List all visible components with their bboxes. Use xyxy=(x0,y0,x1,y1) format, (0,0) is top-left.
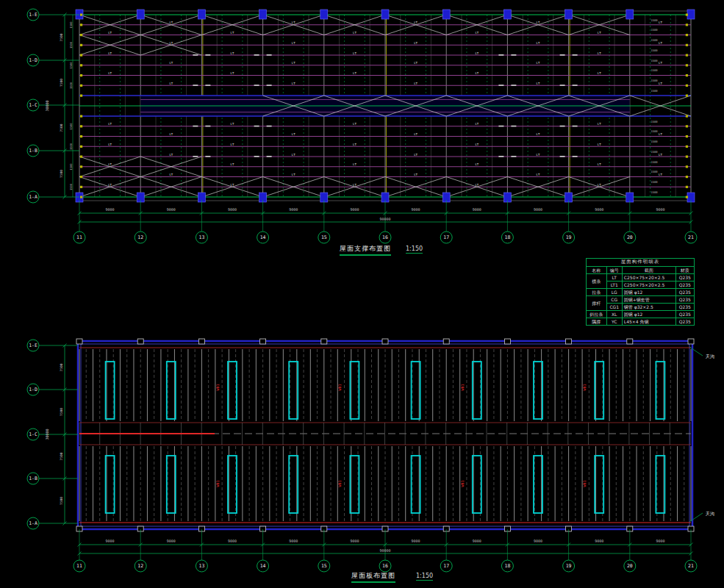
purlin-label: LT xyxy=(659,82,662,85)
purlin-dim-text: 1500 xyxy=(69,163,73,171)
purlin-label: LT xyxy=(475,51,479,55)
cad-viewport[interactable]: LTLTLTLTLTLTLTLTLTLTLTLTLTLTLTLTLTLTLTLT… xyxy=(0,0,724,588)
schedule-cell-id: LT xyxy=(606,273,622,281)
skylight-strip xyxy=(656,456,664,513)
bay-dim-text: 9000 xyxy=(167,539,176,543)
row-dim-text: 7500 xyxy=(60,452,63,460)
edge-clip xyxy=(686,95,688,97)
skylight-strip xyxy=(106,456,115,513)
purlin-label: LT xyxy=(108,51,112,55)
edge-clip xyxy=(686,44,688,46)
column-axis-bubble-label: 17 xyxy=(443,563,449,569)
purlin-label: LT xyxy=(169,61,173,65)
purlin-label: LT xyxy=(353,183,356,187)
gutter-leader-label: 天沟 xyxy=(706,354,714,359)
column-axis-bubble-label: 18 xyxy=(504,234,510,240)
panel-label: WB1 xyxy=(460,384,465,390)
column-mark xyxy=(382,339,388,344)
column-mark xyxy=(442,10,450,19)
column-mark xyxy=(198,10,205,19)
column-axis-bubble-label: 13 xyxy=(198,234,204,240)
bay-dim-text: 9000 xyxy=(167,207,176,212)
corner-brace-mark xyxy=(193,54,198,56)
purlin-dim-text: 1500 xyxy=(69,21,73,29)
purlin-label: LT xyxy=(292,173,295,176)
schedule-cell-sec: 圆钢+钢套管 xyxy=(622,295,675,303)
purlin-label: LT xyxy=(414,82,417,85)
row-total-dim-text: 30000 xyxy=(45,429,49,440)
schedule-cell-sec: 圆钢 φ12 xyxy=(622,310,675,318)
edge-clip xyxy=(80,34,82,36)
column-axis-bubble-label: 19 xyxy=(566,563,572,569)
purlin-dim: 1500 xyxy=(650,79,658,82)
purlin-dim: 1500 xyxy=(650,150,658,154)
purlin-dim-text: 1500 xyxy=(69,143,73,150)
skylight-strip xyxy=(167,362,176,419)
purlin-label: LT xyxy=(231,143,234,146)
row-axis-bubble-label: 1-E xyxy=(29,343,37,348)
schedule-cell-sec: C250×75×20×2.5 xyxy=(622,273,675,281)
purlin-label: LT xyxy=(598,31,601,35)
schedule-cell-mat: Q235 xyxy=(675,318,694,325)
schedule-row: 拉条LG圆钢 φ12Q235 xyxy=(587,288,695,295)
schedule-cell-sec: 钢管 φ32×2.5 xyxy=(622,303,675,310)
schedule-cell-sec: C250×75×20×2.5 xyxy=(622,281,675,288)
skylight-strip xyxy=(656,362,664,419)
row-dim-text: 7500 xyxy=(60,408,63,416)
schedule-cell-id: CG xyxy=(606,295,622,303)
purlin-label: LT xyxy=(292,82,295,85)
purlin-label: LT xyxy=(108,143,112,146)
panel-label: WB1 xyxy=(337,480,342,487)
edge-clip xyxy=(686,14,688,16)
skylight-strip xyxy=(228,362,237,419)
column-axis-bubble-label: 16 xyxy=(382,563,388,569)
skylight-strip xyxy=(167,456,176,513)
purlin-label: LT xyxy=(475,31,479,35)
purlin-label: LT xyxy=(353,143,356,146)
row-dim-text: 7500 xyxy=(60,497,63,505)
row-dim-text: 7500 xyxy=(60,33,63,41)
purlin-label: LT xyxy=(659,41,662,45)
purlin-label: LT xyxy=(292,61,295,65)
corner-brace-mark xyxy=(498,85,503,86)
row-dim-text: 7500 xyxy=(60,123,63,132)
purlin-label: LT xyxy=(598,122,601,126)
corner-brace-mark xyxy=(267,156,272,157)
column-axis-bubble-label: 20 xyxy=(627,563,633,569)
purlin-dim-text: 1500 xyxy=(69,183,73,190)
skylight-strip xyxy=(106,362,115,419)
panel-label: WB1 xyxy=(460,480,465,487)
edge-clip xyxy=(686,85,688,87)
edge-clip xyxy=(80,115,82,118)
skylight-strip xyxy=(473,456,481,513)
purlin-label: LT xyxy=(414,153,417,157)
schedule-cell-sec: 圆钢 φ12 xyxy=(622,288,675,295)
panel-label: WB1 xyxy=(582,384,587,390)
edge-clip xyxy=(686,135,688,137)
purlin-label: LT xyxy=(353,51,356,55)
purlin-label: LT xyxy=(475,183,479,187)
edge-clip xyxy=(80,146,82,148)
purlin-label: LT xyxy=(169,153,173,157)
column-axis-bubble-label: 20 xyxy=(627,234,633,240)
panel-label: WB1 xyxy=(337,384,342,390)
bay-dim-text: 9000 xyxy=(106,539,115,543)
column-axis-bubble-label: 11 xyxy=(76,563,82,569)
corner-brace-mark xyxy=(205,85,210,86)
edge-clip xyxy=(80,176,82,178)
edge-clip xyxy=(80,165,82,168)
bay-dim-text: 9000 xyxy=(412,207,420,212)
edge-clip xyxy=(80,74,82,76)
purlin-label: LT xyxy=(659,61,662,65)
column-mark xyxy=(259,10,267,19)
corner-brace-mark xyxy=(560,54,565,56)
edge-clip xyxy=(80,125,82,127)
purlin-label: LT xyxy=(169,173,173,176)
bay-dim-text: 9000 xyxy=(595,207,603,212)
purlin-label: LT xyxy=(659,173,662,176)
edge-clip xyxy=(80,196,82,198)
corner-brace-mark xyxy=(573,85,578,86)
purlin-dim: 1500 xyxy=(650,160,658,164)
purlin-label: LT xyxy=(537,173,540,176)
schedule-header-cell: 材质 xyxy=(675,266,694,273)
